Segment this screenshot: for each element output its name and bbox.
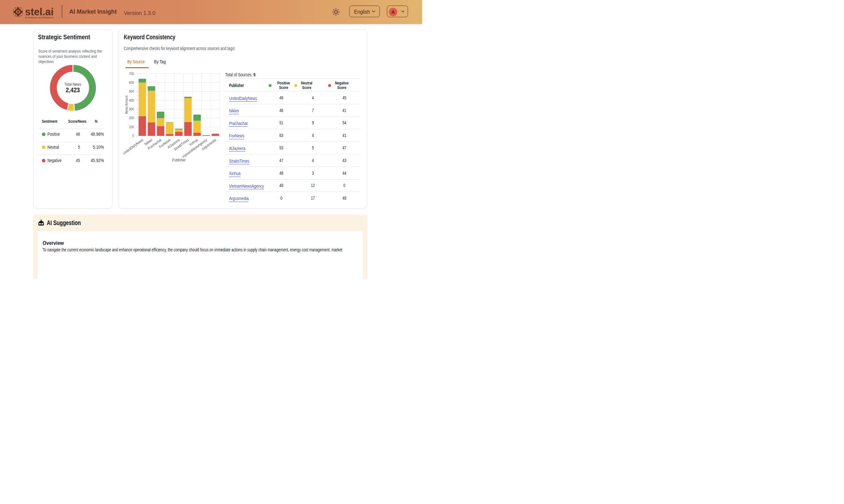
svg-text:Publisher: Publisher (172, 158, 186, 162)
svg-text:UnitedDailyNews: UnitedDailyNews (122, 138, 144, 156)
svg-text:600: 600 (129, 80, 134, 85)
svg-text:News Amount: News Amount (124, 95, 128, 114)
svg-text:300: 300 (129, 107, 134, 111)
svg-text:500: 500 (129, 90, 134, 93)
svg-text:100: 100 (129, 125, 134, 129)
svg-text:700: 700 (129, 72, 134, 76)
svg-text:0: 0 (132, 134, 134, 138)
svg-text:400: 400 (129, 98, 134, 102)
svg-text:200: 200 (129, 116, 134, 120)
